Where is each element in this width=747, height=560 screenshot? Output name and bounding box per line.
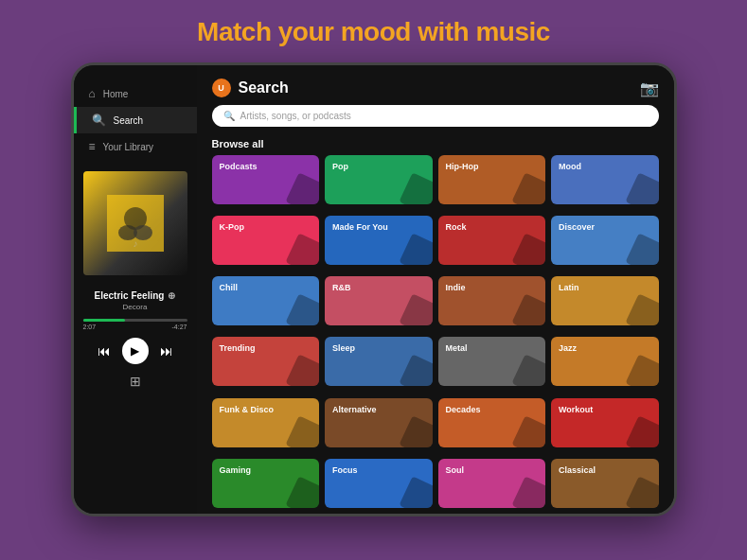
time-total: -4:27 [172,324,187,330]
genre-label: R&B [332,283,351,293]
sidebar-item-library[interactable]: ≡ Your Library [74,133,197,160]
tablet-frame: ⌂ Home 🔍 Search ≡ Your Library ♪ [71,62,677,516]
genre-card-sleep[interactable]: Sleep [325,337,433,386]
genre-card-jazz[interactable]: Jazz [551,337,659,386]
genre-card-discover[interactable]: Discover [551,216,659,265]
track-artist: Decora [81,303,189,311]
genre-card-soul[interactable]: Soul [438,459,546,508]
genre-card-classical[interactable]: Classical [551,459,659,508]
avatar: U [212,79,231,97]
genre-card-decades[interactable]: Decades [438,398,546,447]
genre-card-mood[interactable]: Mood [551,155,659,204]
genre-label: Metal [446,343,468,354]
genre-label: Focus [332,465,358,476]
main-content: U Search 📷 🔍 Artists, songs, or podcasts… [197,65,674,514]
genre-card-gaming[interactable]: Gaming [212,459,320,508]
genre-grid: PodcastsPopHip-HopMoodK-PopMade For YouR… [197,155,674,514]
genre-label: K-Pop [220,222,245,233]
genre-label: Hip-Hop [446,162,479,172]
camera-icon[interactable]: 📷 [640,79,659,97]
genre-label: Jazz [559,343,577,354]
progress-bar[interactable] [83,319,187,322]
search-placeholder: Artists, songs, or podcasts [240,111,351,121]
genre-label: Funk & Disco [220,405,275,415]
genre-card-workout[interactable]: Workout [551,398,659,447]
next-button[interactable]: ⏭ [160,343,173,359]
genre-label: Decades [446,405,481,415]
search-title-text: Search [239,79,289,96]
genre-card-latin[interactable]: Latin [551,276,659,325]
genre-label: Rock [446,222,467,233]
genre-card-funk---disco[interactable]: Funk & Disco [212,398,320,447]
track-info: Electric Feeling ⊕ Decora [74,287,197,315]
sidebar-extra: ⊞ [74,368,197,394]
genre-card-k-pop[interactable]: K-Pop [212,216,320,265]
time-current: 2:07 [83,324,97,330]
svg-text:♪: ♪ [133,238,137,249]
search-icon: 🔍 [92,114,106,127]
genre-card-alternative[interactable]: Alternative [325,398,433,447]
home-icon: ⌂ [89,87,96,100]
sidebar: ⌂ Home 🔍 Search ≡ Your Library ♪ [74,65,197,514]
sidebar-item-library-label: Your Library [103,142,154,152]
genre-label: Latin [559,283,579,293]
genre-label: Made For You [332,222,388,233]
devices-icon[interactable]: ⊞ [130,374,141,389]
genre-card-podcasts[interactable]: Podcasts [212,155,320,204]
genre-label: Sleep [332,343,355,354]
play-button[interactable]: ▶ [122,338,149,364]
genre-label: Alternative [332,405,377,415]
genre-label: Classical [559,465,596,476]
search-header: U Search 📷 [197,65,674,105]
sidebar-item-search[interactable]: 🔍 Search [74,107,197,133]
genre-card-focus[interactable]: Focus [325,459,433,508]
genre-card-metal[interactable]: Metal [438,337,546,386]
genre-label: Mood [559,162,581,172]
genre-card-pop[interactable]: Pop [325,155,433,204]
nav-items: ⌂ Home 🔍 Search ≡ Your Library [74,80,197,160]
genre-label: Podcasts [220,162,258,172]
genre-label: Trending [220,343,256,354]
genre-card-made-for-you[interactable]: Made For You [325,216,433,265]
library-icon: ≡ [89,140,96,153]
progress-bar-area: 2:07 -4:27 [74,315,197,334]
headline: Match your mood with music [197,17,550,47]
genre-card-indie[interactable]: Indie [438,276,546,325]
album-art: ♪ [83,171,187,275]
genre-label: Chill [220,283,239,293]
sidebar-item-home[interactable]: ⌂ Home [74,80,197,107]
track-name: Electric Feeling ⊕ [81,290,189,301]
genre-card-chill[interactable]: Chill [212,276,320,325]
sidebar-item-home-label: Home [103,89,129,99]
progress-fill [83,319,125,322]
genre-label: Gaming [220,465,252,476]
sidebar-item-search-label: Search [114,115,144,126]
genre-card-hip-hop[interactable]: Hip-Hop [438,155,546,204]
search-title-area: U Search [212,79,289,97]
genre-card-r-b[interactable]: R&B [325,276,433,325]
search-input-container: 🔍 Artists, songs, or podcasts [197,105,674,134]
genre-label: Soul [446,465,465,476]
genre-label: Pop [332,162,348,172]
genre-card-trending[interactable]: Trending [212,337,320,386]
playback-controls: ⏮ ▶ ⏭ [74,334,197,368]
prev-button[interactable]: ⏮ [98,343,111,359]
add-icon[interactable]: ⊕ [168,290,175,301]
genre-label: Discover [559,222,595,233]
search-magnifier-icon: 🔍 [223,111,235,121]
genre-label: Workout [559,405,593,415]
search-input-field[interactable]: 🔍 Artists, songs, or podcasts [212,105,659,127]
browse-label: Browse all [197,134,674,155]
genre-label: Indie [446,283,466,293]
genre-card-rock[interactable]: Rock [438,216,546,265]
